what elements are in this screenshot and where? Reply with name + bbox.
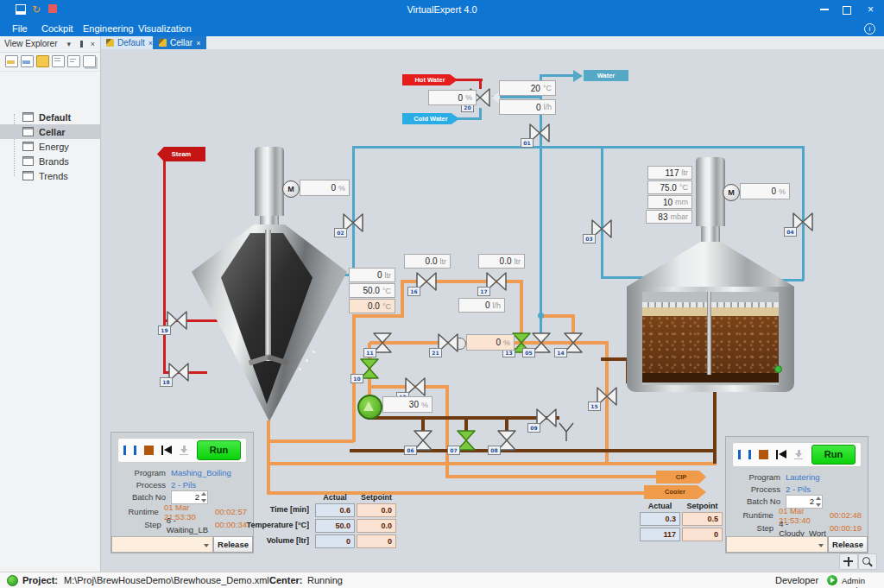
valve-15[interactable]: 15: [596, 385, 618, 408]
valve-14[interactable]: 14: [562, 332, 584, 354]
setpoint-cell[interactable]: 0: [357, 534, 396, 548]
valve-19[interactable]: 19: [166, 309, 188, 332]
view-icon: [106, 39, 114, 47]
minimize-button[interactable]: [820, 9, 829, 10]
release-button[interactable]: Release: [828, 536, 868, 553]
control-valve-21-percent-field[interactable]: 0%: [466, 334, 515, 351]
mash-temperature-setpoint-field[interactable]: 0.0°C: [349, 299, 395, 313]
image-add-icon[interactable]: [21, 55, 34, 67]
release-row: Release: [111, 536, 253, 553]
mash-volume-field[interactable]: 0ltr: [349, 268, 395, 282]
project-path: M:\Proj\BrewHouseDemo\Brewhouse_Demo.xml: [64, 575, 269, 585]
view-icon: [22, 156, 34, 166]
zoom-button[interactable]: [858, 553, 877, 570]
valve-09[interactable]: 09: [535, 407, 558, 429]
valve-10[interactable]: 10: [358, 357, 381, 380]
step-back-button[interactable]: [161, 446, 173, 455]
right-agitator-motor-icon[interactable]: M: [723, 184, 740, 201]
pipe: [540, 74, 576, 77]
setpoint-cell[interactable]: 0.0: [357, 519, 396, 533]
sidebar-item-trends[interactable]: Trends: [0, 168, 100, 183]
valve-05[interactable]: 05: [530, 332, 552, 354]
setpoint-cell[interactable]: 0.5: [682, 512, 723, 526]
lauter-volume-field[interactable]: 117ltr: [647, 166, 692, 180]
program-value[interactable]: Mashing_Boiling: [171, 468, 231, 477]
setpoint-cell[interactable]: 0.0: [357, 503, 396, 517]
step-select-combo[interactable]: [111, 536, 213, 553]
info-icon[interactable]: i: [864, 23, 875, 35]
menu-visualization[interactable]: Visualization: [138, 21, 192, 36]
step-back-button[interactable]: [776, 450, 787, 459]
mixer-flow-field[interactable]: 0l/h: [499, 99, 556, 115]
process-value[interactable]: 2 - Pils: [171, 480, 196, 490]
program-value[interactable]: Lautering: [786, 472, 820, 482]
flow-meter-16-field[interactable]: 0.0ltr: [404, 254, 451, 269]
flow-meter-17-field[interactable]: 0.0ltr: [478, 254, 525, 269]
menu-file[interactable]: File: [12, 21, 28, 36]
left-motor-percent-field[interactable]: 0%: [300, 180, 350, 196]
lauter-pressure-field[interactable]: 83mbar: [646, 210, 692, 224]
left-agitator-motor-icon[interactable]: M: [282, 180, 300, 198]
tab-default[interactable]: Default ×: [100, 36, 159, 49]
valve-21-control[interactable]: 21: [437, 332, 459, 354]
valve-04[interactable]: 04: [792, 211, 814, 233]
mixer-valve-percent-field[interactable]: 0%: [428, 90, 477, 105]
pause-button[interactable]: [738, 450, 751, 459]
center-flow-field[interactable]: 0l/h: [458, 298, 505, 313]
pump-speed-field[interactable]: 30%: [382, 396, 433, 413]
sidebar-item-energy[interactable]: Energy: [0, 139, 100, 154]
pan-button[interactable]: [839, 553, 858, 570]
menu-cockpit[interactable]: Cockpit: [41, 21, 73, 36]
sidebar-item-brands[interactable]: Brands: [0, 154, 100, 168]
valve-17[interactable]: 17: [485, 270, 508, 293]
user-role[interactable]: Developer: [775, 575, 818, 585]
lauter-level-field[interactable]: 10mm: [647, 195, 692, 209]
valve-12[interactable]: 12: [404, 376, 426, 398]
pipe: [368, 416, 559, 420]
menu-engineering[interactable]: Engineering: [83, 21, 134, 36]
copy-icon[interactable]: [83, 55, 96, 67]
right-motor-percent-field[interactable]: 0%: [740, 183, 790, 199]
close-button[interactable]: ×: [868, 3, 874, 16]
run-button[interactable]: Run: [811, 445, 856, 465]
folder-icon[interactable]: [36, 55, 49, 67]
rivet: [299, 368, 301, 370]
file-icon[interactable]: [52, 55, 65, 67]
stop-button[interactable]: [759, 450, 768, 459]
sidebar-item-cellar[interactable]: Cellar: [0, 124, 100, 139]
valve-01[interactable]: 01: [528, 122, 551, 144]
stop-button[interactable]: [144, 446, 154, 455]
valve-11[interactable]: 11: [371, 332, 394, 354]
mixer-temperature-field[interactable]: 20°C: [499, 80, 556, 96]
setpoint-cell[interactable]: 0: [682, 528, 723, 541]
maximize-button[interactable]: [843, 6, 851, 15]
file-export-icon[interactable]: [67, 55, 80, 67]
valve-03[interactable]: 03: [590, 218, 613, 240]
wort-pump[interactable]: [357, 395, 382, 420]
download-button[interactable]: [794, 450, 804, 459]
step-select-combo[interactable]: [726, 536, 828, 553]
process-value[interactable]: 2 - Pils: [786, 484, 811, 494]
valve-06[interactable]: 06: [412, 429, 434, 452]
tab-close-icon[interactable]: ×: [196, 39, 200, 47]
valve-18[interactable]: 18: [167, 361, 190, 383]
valve-16[interactable]: 16: [415, 270, 438, 293]
run-button[interactable]: Run: [197, 440, 241, 460]
admin-mode-icon[interactable]: [827, 575, 837, 585]
tab-cellar[interactable]: Cellar ×: [153, 36, 206, 49]
lauter-temperature-field[interactable]: 75.0°C: [647, 180, 692, 194]
valve-08[interactable]: 08: [496, 429, 518, 452]
download-button[interactable]: [180, 446, 189, 455]
runtime-total: 00:02:48: [830, 510, 862, 520]
pipe: [267, 420, 270, 495]
valve-label: 05: [522, 348, 535, 357]
image-icon[interactable]: [5, 55, 18, 67]
sidebar-item-default[interactable]: Default: [0, 110, 100, 124]
valve-07[interactable]: 07: [455, 429, 477, 452]
mash-temperature-field[interactable]: 50.0°C: [349, 283, 395, 298]
pause-button[interactable]: [123, 446, 136, 455]
pin-icon[interactable]: [80, 41, 83, 47]
valve-02[interactable]: 02: [342, 212, 364, 234]
chevron-down-icon[interactable]: ▾: [66, 41, 71, 48]
close-icon[interactable]: ×: [91, 41, 95, 48]
